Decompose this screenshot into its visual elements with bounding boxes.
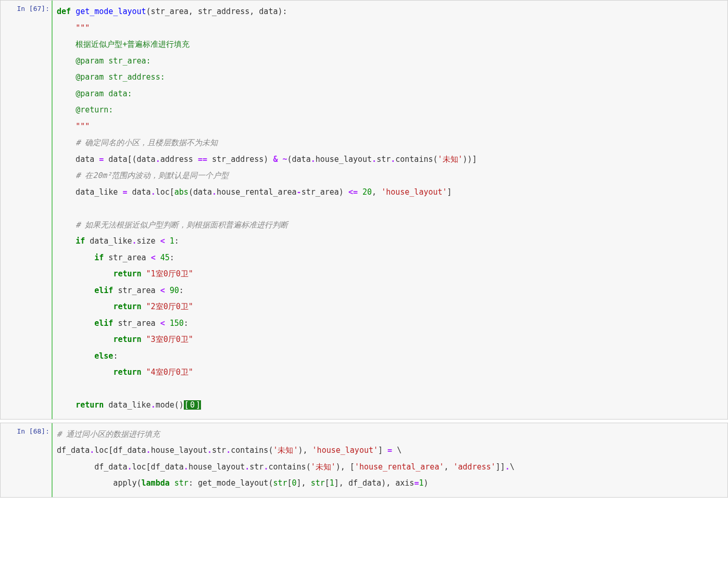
code-cell: In [68]: # 通过同小区的数据进行填充 df_data.loc[df_d… [0, 423, 728, 498]
code-content[interactable]: # 通过同小区的数据进行填充 df_data.loc[df_data.house… [57, 426, 723, 492]
code-content[interactable]: def get_mode_layout(str_area, str_addres… [57, 4, 723, 414]
code-input-area[interactable]: # 通过同小区的数据进行填充 df_data.loc[df_data.house… [52, 423, 727, 497]
input-prompt: In [67]: [1, 1, 52, 419]
code-input-area[interactable]: def get_mode_layout(str_area, str_addres… [52, 1, 727, 419]
prompt-label: In [67]: [17, 5, 49, 12]
input-prompt: In [68]: [1, 423, 52, 497]
code-cell: In [67]: def get_mode_layout(str_area, s… [0, 0, 728, 420]
prompt-label: In [68]: [17, 427, 49, 435]
